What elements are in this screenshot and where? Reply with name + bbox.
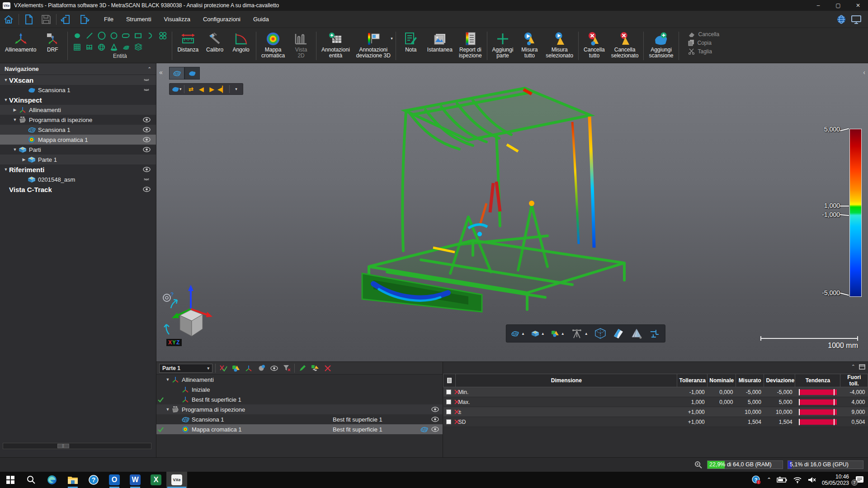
visibility-eye-icon[interactable] (431, 427, 439, 432)
menu-strumenti[interactable]: Strumenti (121, 13, 157, 25)
probe-filter-icon[interactable] (256, 363, 266, 373)
first-frame-icon[interactable]: ◀▏ (218, 84, 227, 94)
entity-circle-icon[interactable] (108, 30, 119, 41)
entity-cyl-icon[interactable] (84, 42, 95, 52)
part-tree-item-mappa-cromatica-1[interactable]: Mappa cromatica 1Best fit superficie 1 (156, 424, 443, 434)
visibility-eye-icon[interactable] (142, 186, 151, 193)
export-session-button[interactable] (75, 12, 92, 27)
clock[interactable]: 10:46 05/05/2023 (822, 474, 849, 486)
nota-button[interactable]: Nota (398, 29, 424, 63)
cancella-tutto-button[interactable]: Cancella tutto (580, 29, 608, 63)
link-entities-icon[interactable] (310, 363, 320, 373)
collapse-left-panel-icon[interactable]: « (159, 69, 163, 76)
part-tree-item-programma-di-ispezione[interactable]: ▼Programma di ispezione (156, 404, 443, 414)
visibility-icon[interactable] (269, 363, 279, 373)
chevron-down-icon[interactable]: ▼ (12, 147, 18, 152)
edge-button[interactable] (42, 472, 62, 488)
cancella-selezionato-button[interactable]: Cancella selezionato (608, 29, 642, 63)
col-dimensione[interactable]: Dimensione (456, 374, 677, 387)
dropdown-arrow-icon[interactable]: ▲ (521, 332, 525, 336)
aggiungi-scansione-button[interactable]: Aggiungi scansione (646, 29, 676, 63)
visibility-eye-icon[interactable] (142, 136, 151, 143)
wifi-icon[interactable] (793, 476, 802, 483)
navigation-collapse-icon[interactable]: ⌃ (148, 66, 151, 71)
vxelements-taskbar-button[interactable]: VXe (166, 472, 187, 488)
start-button[interactable] (0, 472, 21, 488)
table-list-icon[interactable] (443, 374, 456, 387)
col-tendenza[interactable]: Tendenza (795, 374, 840, 387)
part-selector-dropdown[interactable]: Parte 1▾ (159, 364, 212, 373)
minimize-button[interactable]: – (808, 0, 828, 11)
table-row-min[interactable]: Min.-1,0000,000-5,000-5,000-4,000 (443, 387, 868, 397)
chevron-down-icon[interactable]: ▼ (165, 377, 171, 382)
nav-item-parte-1[interactable]: ▶Parte 1 (0, 155, 156, 164)
viewport-3d[interactable]: « ‹ ▾ ⇄ ◀ ▶ ◀▏ ▾ (156, 63, 868, 361)
nav-item-programma-di-ispezione[interactable]: ▼Programma di ispezione (0, 115, 156, 125)
scan-display-mode-button[interactable]: ▲ (511, 330, 525, 337)
toggle-half-icon[interactable] (142, 176, 151, 183)
part-tree-item-iniziale[interactable]: Iniziale (156, 385, 443, 394)
visibility-eye-icon[interactable] (142, 146, 151, 153)
swap-direction-icon[interactable]: ⇄ (187, 84, 196, 94)
part-tree-item-scansiona-1[interactable]: Scansiona 1Best fit superficie 1 (156, 414, 443, 424)
tracker-status-icon[interactable]: ? (162, 292, 174, 304)
next-frame-icon[interactable]: ▶ (208, 84, 217, 94)
scanwire-icon[interactable] (420, 426, 429, 432)
bounding-box-toggle-button[interactable] (594, 328, 606, 339)
toggle-failed-icon[interactable] (218, 363, 228, 373)
volume-muted-icon[interactable] (807, 476, 816, 483)
annotazioni-entita-button[interactable]: Annotazioni entità (318, 29, 353, 63)
entity-line-icon[interactable] (84, 30, 95, 41)
row-checkbox[interactable] (446, 409, 451, 414)
entity-patch-icon[interactable] (120, 42, 132, 52)
dropdown-arrow-icon[interactable]: ▲ (541, 332, 545, 336)
chevron-down-icon[interactable]: ▼ (12, 117, 18, 122)
menu-file[interactable]: File (99, 13, 119, 25)
entity-point-icon[interactable] (71, 30, 83, 41)
allineamento-button[interactable]: Allineamento (2, 29, 39, 63)
entity-arc-icon[interactable] (145, 30, 156, 41)
import-session-button[interactable] (58, 12, 75, 27)
chevron-down-icon[interactable]: ▼ (3, 98, 9, 102)
entities-filter-icon[interactable] (231, 363, 241, 373)
nav-item-vxscan[interactable]: ▼VXscan (0, 75, 156, 85)
part-display-mode-button[interactable]: ▲ (531, 330, 545, 337)
alignment-filter-icon[interactable] (244, 363, 254, 373)
menu-configurazioni[interactable]: Configurazioni (198, 13, 246, 25)
maximize-button[interactable]: ▢ (828, 0, 848, 11)
chevron-down-icon[interactable]: ▼ (3, 78, 9, 82)
row-checkbox[interactable] (446, 399, 451, 404)
scrollbar-handle-icon[interactable]: ⣿ (57, 444, 69, 448)
part-tree-item-allineamenti[interactable]: ▼Allineamenti (156, 375, 443, 385)
visibility-eye-icon[interactable] (142, 116, 151, 123)
row-checkbox[interactable] (446, 419, 451, 424)
chevron-right-icon[interactable]: ▶ (12, 108, 18, 112)
toggle-half-icon[interactable] (142, 76, 151, 84)
entity-layers-icon[interactable] (132, 42, 144, 52)
delete-icon[interactable] (323, 363, 333, 373)
previous-frame-icon[interactable]: ◀ (197, 84, 206, 94)
nav-item-vxinspect[interactable]: ▼VXinspect (0, 95, 156, 105)
col-nominale[interactable]: Nominale (708, 374, 736, 387)
panel-collapse-icon[interactable]: ⌃ (851, 364, 855, 370)
home-button[interactable] (0, 12, 17, 27)
entities-display-mode-button[interactable]: ▲ (551, 330, 565, 337)
prism-view-toggle-button[interactable] (631, 328, 642, 339)
part-tree-item-best-fit-superficie-1[interactable]: Best fit superficie 1 (156, 394, 443, 404)
report-di-ispezione-button[interactable]: Report di ispezione (456, 29, 485, 63)
nav-item-scansiona-1[interactable]: Scansiona 1 (0, 85, 156, 95)
annotazioni-deviazione-3d-button[interactable]: Annotazioni deviazione 3D▾ (353, 29, 394, 63)
chevron-right-icon[interactable]: ▶ (21, 157, 27, 162)
nav-item-allineamenti[interactable]: ▶Allineamenti (0, 105, 156, 115)
collapse-right-panel-icon[interactable]: ‹ (863, 69, 865, 76)
entity-cone-icon[interactable] (108, 42, 119, 52)
visibility-eye-icon[interactable] (142, 126, 151, 133)
zoom-magnifier-icon[interactable] (694, 461, 703, 469)
menu-visualizza[interactable]: Visualizza (159, 13, 196, 25)
notification-center-icon[interactable]: 7 (854, 475, 864, 484)
nav-item-vista-c-track[interactable]: Vista C-Track (0, 184, 156, 194)
calibro-button[interactable]: Calibro (202, 29, 228, 63)
save-button[interactable] (38, 12, 55, 27)
nav-item-mappa-cromatica-1[interactable]: Mappa cromatica 1 (0, 135, 156, 145)
scanned-part-colormap-model[interactable] (319, 68, 663, 357)
